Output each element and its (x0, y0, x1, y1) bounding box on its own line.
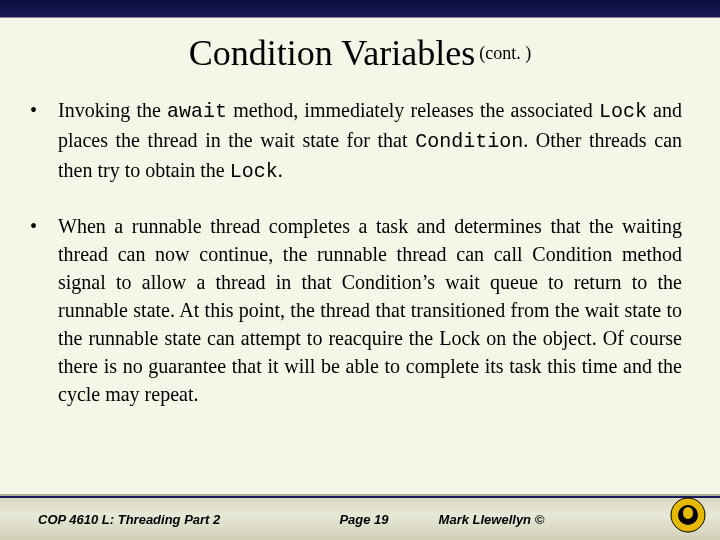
header-bar (0, 0, 720, 18)
ucf-logo-icon (670, 497, 706, 536)
code-lock: Lock (230, 160, 278, 183)
footer-course: COP 4610 L: Threading Part 2 (0, 512, 319, 527)
slide-title-cont: (cont. ) (479, 43, 531, 63)
bullet-text: When a runnable thread completes a task … (58, 212, 682, 408)
code-lock: Lock (599, 100, 647, 123)
title-container: Condition Variables (cont. ) (0, 32, 720, 74)
code-await: await (167, 100, 227, 123)
bullet-marker: • (30, 212, 58, 408)
bullet-item: • Invoking the await method, immediately… (30, 96, 682, 186)
footer-page: Page 19 (319, 512, 408, 527)
bullet-text: Invoking the await method, immediately r… (58, 96, 682, 186)
text-segment: Invoking the (58, 99, 167, 121)
content-area: • Invoking the await method, immediately… (0, 96, 720, 408)
slide-title: Condition Variables (189, 33, 475, 73)
text-segment: . (278, 159, 283, 181)
bullet-marker: • (30, 96, 58, 186)
footer-bar: COP 4610 L: Threading Part 2 Page 19 Mar… (0, 496, 720, 540)
text-segment: method, immediately releases the associa… (227, 99, 599, 121)
code-condition: Condition (415, 130, 523, 153)
bullet-item: • When a runnable thread completes a tas… (30, 212, 682, 408)
